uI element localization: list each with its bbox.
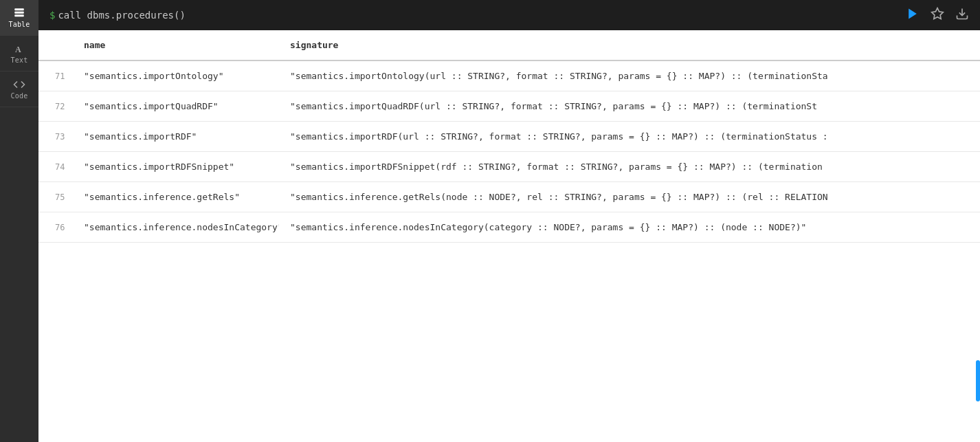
table-row: 71"semantics.importOntology""semantics.i… [38, 60, 980, 91]
download-button[interactable] [955, 7, 969, 23]
sidebar-item-table[interactable]: Table [0, 0, 38, 36]
top-bar-actions [906, 7, 969, 23]
row-number: 74 [38, 152, 73, 182]
sidebar-item-table-label: Table [8, 21, 30, 28]
table-row: 76"semantics.inference.nodesInCategory""… [38, 212, 980, 243]
col-header-name: name [73, 30, 279, 60]
sidebar-item-text[interactable]: A Text [0, 36, 38, 71]
favorite-button[interactable] [931, 7, 944, 23]
row-number: 73 [38, 122, 73, 152]
sidebar-item-code[interactable]: Code [0, 71, 38, 107]
cell-signature: "semantics.importOntology(url :: STRING?… [279, 60, 980, 91]
svg-rect-2 [14, 14, 24, 16]
main-content: $call dbms.procedures() [38, 0, 980, 442]
row-number: 71 [38, 60, 73, 91]
cell-signature: "semantics.importQuadRDF(url :: STRING?,… [279, 91, 980, 122]
cell-signature: "semantics.importRDF(url :: STRING?, for… [279, 122, 980, 152]
table-row: 73"semantics.importRDF""semantics.import… [38, 122, 980, 152]
code-icon [13, 78, 25, 91]
row-number: 76 [38, 212, 73, 243]
query-display: $call dbms.procedures() [49, 10, 186, 21]
cell-name: "semantics.importOntology" [73, 60, 279, 91]
cell-name: "semantics.importQuadRDF" [73, 91, 279, 122]
run-icon [906, 7, 920, 21]
svg-text:A: A [15, 45, 21, 54]
cell-name: "semantics.importRDF" [73, 122, 279, 152]
table-row: 74"semantics.importRDFSnippet""semantics… [38, 152, 980, 182]
cell-signature: "semantics.importRDFSnippet(rdf :: STRIN… [279, 152, 980, 182]
table-area[interactable]: name signature 71"semantics.importOntolo… [38, 30, 980, 442]
sidebar-item-text-label: Text [11, 56, 28, 64]
sidebar: Table A Text Code [0, 0, 38, 442]
svg-rect-0 [14, 8, 24, 10]
svg-marker-5 [932, 8, 944, 19]
col-header-signature: signature [279, 30, 980, 60]
prompt-symbol: $ [49, 10, 55, 21]
sidebar-item-code-label: Code [11, 92, 28, 100]
scroll-indicator [976, 360, 980, 401]
col-header-row-num [38, 30, 73, 60]
table-header-row: name signature [38, 30, 980, 60]
results-table: name signature 71"semantics.importOntolo… [38, 30, 980, 243]
table-icon [13, 7, 25, 19]
cell-name: "semantics.inference.getRels" [73, 182, 279, 212]
download-icon [955, 7, 969, 21]
row-number: 75 [38, 182, 73, 212]
table-row: 75"semantics.inference.getRels""semantic… [38, 182, 980, 212]
row-number: 72 [38, 91, 73, 122]
star-icon [931, 7, 944, 21]
cell-name: "semantics.inference.nodesInCategory" [73, 212, 279, 243]
top-bar: $call dbms.procedures() [38, 0, 980, 30]
table-row: 72"semantics.importQuadRDF""semantics.im… [38, 91, 980, 122]
query-text-value: call dbms.procedures() [58, 10, 185, 21]
svg-marker-4 [909, 9, 917, 19]
text-icon: A [13, 43, 25, 55]
cell-name: "semantics.importRDFSnippet" [73, 152, 279, 182]
run-button[interactable] [906, 7, 920, 23]
cell-signature: "semantics.inference.getRels(node :: NOD… [279, 182, 980, 212]
cell-signature: "semantics.inference.nodesInCategory(cat… [279, 212, 980, 243]
svg-rect-1 [14, 12, 24, 14]
